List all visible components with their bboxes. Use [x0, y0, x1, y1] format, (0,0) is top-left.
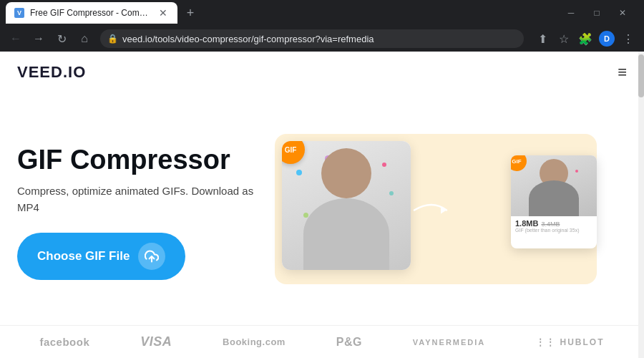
- refresh-button[interactable]: ↻: [52, 29, 72, 49]
- site-navbar: VEED.IO ≡: [0, 52, 644, 93]
- original-size: 3.4MB: [541, 221, 560, 228]
- hero-title: GIF Compressor: [17, 145, 275, 175]
- site-logo[interactable]: VEED.IO: [17, 63, 86, 82]
- forward-button[interactable]: →: [29, 29, 49, 49]
- lock-icon: 🔒: [107, 34, 118, 44]
- toolbar-icons: ⬆ ☆ 🧩 D ⋮: [532, 29, 638, 49]
- bookmark-icon[interactable]: ☆: [554, 29, 574, 49]
- browser-toolbar: ← → ↻ ⌂ 🔒 veed.io/tools/video-compressor…: [0, 26, 644, 52]
- upload-icon: [138, 243, 165, 270]
- extensions-icon[interactable]: 🧩: [575, 29, 595, 49]
- brand-hublot: ⋮⋮ HUBLOT: [536, 337, 604, 347]
- hero-illustration: GIF: [275, 134, 604, 291]
- person-image-large: [282, 141, 411, 270]
- file-description: GIF (better than original 35x): [515, 228, 592, 233]
- choose-gif-button[interactable]: Choose GIF File: [17, 233, 185, 280]
- address-bar[interactable]: 🔒 veed.io/tools/video-compressor/gif-com…: [100, 29, 524, 48]
- profile-avatar: D: [599, 31, 615, 47]
- maximize-button[interactable]: □: [587, 3, 607, 23]
- active-tab[interactable]: V Free GIF Compressor - Compress ✕: [6, 2, 177, 24]
- hero-subtitle: Compress, optimize animated GIFs. Downlo…: [17, 183, 275, 216]
- profile-icon[interactable]: D: [597, 29, 617, 49]
- close-window-button[interactable]: ✕: [613, 3, 633, 23]
- hero-left: GIF Compressor Compress, optimize animat…: [17, 145, 275, 281]
- brand-visa: VISA: [140, 334, 172, 349]
- brand-booking: Booking.com: [223, 337, 286, 347]
- scrollbar-thumb[interactable]: [638, 54, 644, 97]
- menu-icon[interactable]: ⋮: [618, 29, 638, 49]
- choose-gif-label: Choose GIF File: [37, 249, 130, 263]
- home-button[interactable]: ⌂: [74, 29, 94, 49]
- tab-favicon: V: [14, 8, 24, 18]
- minimize-button[interactable]: ─: [561, 3, 581, 23]
- tab-bar: V Free GIF Compressor - Compress ✕ + ─ □…: [0, 0, 644, 26]
- window-controls: ─ □ ✕: [561, 3, 638, 23]
- tab-title: Free GIF Compressor - Compress: [30, 8, 152, 18]
- gif-card-small: GIF 1.8MB 3.4MB GIF (better than origina…: [511, 155, 597, 248]
- scrollbar[interactable]: [638, 52, 644, 358]
- brand-pg: P&G: [336, 336, 362, 349]
- tab-close-button[interactable]: ✕: [157, 7, 169, 19]
- browser-chrome: V Free GIF Compressor - Compress ✕ + ─ □…: [0, 0, 644, 52]
- gif-card-large: GIF: [282, 141, 411, 270]
- brand-facebook: facebook: [39, 336, 89, 348]
- person-body-large: [303, 198, 389, 270]
- hero-section: GIF Compressor Compress, optimize animat…: [0, 93, 644, 325]
- new-tab-button[interactable]: +: [180, 3, 200, 23]
- person-body-small: [529, 180, 579, 216]
- share-icon[interactable]: ⬆: [532, 29, 552, 49]
- url-text: veed.io/tools/video-compressor/gif-compr…: [122, 34, 517, 44]
- file-size: 1.8MB: [515, 219, 538, 228]
- arrow-icon: [411, 196, 454, 230]
- back-button[interactable]: ←: [6, 29, 26, 49]
- brands-strip: facebook VISA Booking.com P&G VAYNERMEDI…: [0, 325, 644, 358]
- page-content: VEED.IO ≡ GIF Compressor Compress, optim…: [0, 52, 644, 358]
- brand-vaynermedia: VAYNERMEDIA: [413, 338, 485, 347]
- person-head-large: [321, 148, 371, 198]
- file-info: 1.8MB 3.4MB GIF (better than original 35…: [511, 216, 597, 236]
- hamburger-menu-button[interactable]: ≡: [618, 63, 627, 82]
